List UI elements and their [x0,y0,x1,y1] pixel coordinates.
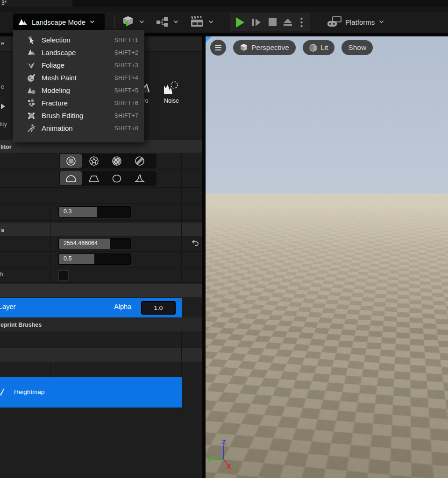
brush-pattern-button[interactable] [106,154,128,168]
column-divider [181,153,182,282]
menu-item-fracture[interactable]: Fracture SHIFT+6 [13,97,144,109]
noise-tool-icon [163,81,179,96]
tab-strip: 3* [0,0,448,7]
tool-noise-slot[interactable]: Noise [157,81,185,105]
falloff-sphere-button[interactable] [106,171,128,185]
brush-component-icon [135,156,145,166]
modeling-icon [27,87,36,94]
clay-brush-row: h [0,267,202,283]
section-header-blueprint-brushes[interactable]: eprint Brushes [0,317,202,331]
frame-skip-icon [252,18,261,27]
section-band [0,284,202,297]
lit-dropdown[interactable]: Lit [303,40,334,55]
brush-circle-icon [66,156,76,166]
layer-alpha-input[interactable]: 1.0 [141,301,176,315]
brush-falloff-row [0,170,202,188]
add-cube-icon [122,15,135,28]
layer-alpha-label: Alpha [114,303,131,310]
lit-label: Lit [320,43,328,52]
brush-editing-icon [27,112,36,120]
viewport-toolbar: Perspective Lit Show [210,40,373,56]
menu-item-mesh-paint[interactable]: Mesh Paint SHIFT+4 [13,71,144,84]
menu-item-foliage[interactable]: Foliage SHIFT+3 [13,59,144,71]
mode-dropdown-menu: Selection SHIFT+1 Landscape SHIFT+2 Foli… [13,30,144,142]
menu-item-modeling[interactable]: Modeling SHIFT+5 [13,84,144,97]
stop-icon [269,18,277,26]
axis-gizmo: Z Y X [207,439,235,469]
add-actor-button[interactable] [122,14,144,30]
menu-item-selection[interactable]: Selection SHIFT+1 [13,34,144,46]
chevron-down-icon [208,20,213,24]
3d-viewport[interactable]: Perspective Lit Show Z Y X [206,36,448,478]
play-controls [230,13,310,31]
landscape-mountain-icon [18,18,28,26]
cinematics-button[interactable] [190,14,213,30]
checkbox-label: h [0,271,3,278]
brush-falloff-group [59,171,156,186]
perspective-label: Perspective [251,43,289,52]
platforms-label: Platforms [345,18,375,26]
blueprint-nodes-icon [156,17,169,27]
falloff-smooth-icon [65,174,77,183]
falloff-tip-button[interactable] [128,171,150,185]
truncated-text: e [1,40,4,47]
brush-size-slider[interactable]: 2554.466064 [58,238,131,249]
blueprints-button[interactable] [156,14,178,30]
brush-falloff-value-row: 0.5 [0,251,202,267]
slider-value: 0.3 [64,208,71,215]
play-icon [235,17,245,28]
eject-icon [283,18,292,27]
platforms-button[interactable]: Platforms [327,14,384,30]
brush-pattern-icon [112,156,122,166]
brush-size-row: 2554.466064 [0,236,202,252]
falloff-smooth-button[interactable] [60,171,82,185]
viewport-menu-button[interactable] [210,40,226,56]
section-header-settings[interactable]: s [0,223,202,236]
level-tab[interactable]: 3* [0,0,72,7]
slider-value: 0.5 [64,255,71,262]
chevron-down-icon [90,20,95,24]
lit-sphere-icon [309,44,317,52]
axis-x-label: X [227,463,231,469]
column-divider [50,203,51,282]
play-button[interactable] [233,13,248,31]
eject-button[interactable] [280,13,295,31]
atmosphere-haze [206,194,448,478]
menu-item-animation[interactable]: Animation SHIFT+8 [13,122,144,134]
clapperboard-icon [190,16,204,28]
play-options-button[interactable] [295,13,307,31]
perspective-dropdown[interactable]: Perspective [233,40,296,55]
perspective-cube-icon [240,43,248,52]
falloff-sphere-icon [111,174,123,183]
heightmap-label: Heightmap [14,388,44,395]
brush-circle-button[interactable] [60,154,82,168]
tool-strength-slider[interactable]: 0.3 [58,206,131,218]
toolbar-separator [114,15,115,29]
heightmap-row-selected[interactable]: Heightmap [0,377,182,408]
mode-dropdown-button[interactable]: Landscape Mode [13,14,105,30]
show-dropdown[interactable]: Show [341,40,373,55]
panel-row [0,362,202,377]
brush-alpha-button[interactable] [83,154,105,168]
brush-component-button[interactable] [128,154,150,168]
level-tab-label: 3* [1,0,7,6]
reset-to-default-icon[interactable] [191,239,199,247]
animation-runner-icon [27,124,36,133]
panel-viewport-gap[interactable] [202,33,206,478]
menu-item-landscape[interactable]: Landscape SHIFT+2 [13,46,144,59]
heightmap-icon-fragment [0,388,5,396]
falloff-linear-button[interactable] [83,171,105,185]
platforms-gamepad-icon [327,16,342,28]
stop-button[interactable] [265,13,280,31]
clay-brush-checkbox[interactable] [59,271,68,280]
tool-strength-row: 0.3 [0,203,202,221]
menu-item-brush-editing[interactable]: Brush Editing SHIFT+7 [13,109,144,122]
layer-row-selected[interactable]: Layer Alpha 1.0 [0,298,182,317]
column-divider [50,362,51,377]
axis-z-label: Z [222,439,226,446]
menu-strip [0,7,448,12]
arrow-fragment-icon [0,103,6,110]
axis-y-label: Y [207,456,212,464]
frame-skip-button[interactable] [249,13,264,31]
brush-falloff-slider[interactable]: 0.5 [58,253,131,265]
